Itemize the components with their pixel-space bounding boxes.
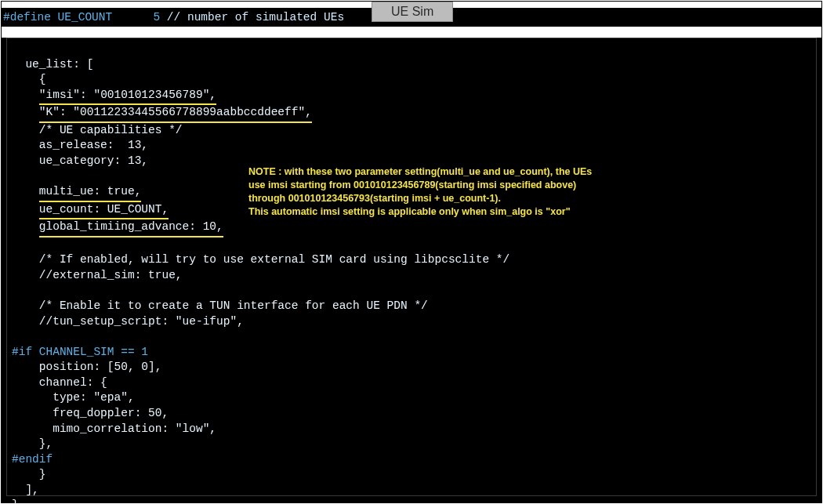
note-line1: : with these two parameter setting(multi… <box>276 166 593 177</box>
code-preproc-if: #if CHANNEL_SIM == 1 <box>12 346 148 358</box>
tab-ue-sim[interactable]: UE Sim <box>372 2 453 22</box>
code-timing-advance: global_timiing_advance: 10, <box>39 219 223 237</box>
code-line: /* UE capabilities */ <box>12 124 183 136</box>
gap-spacer <box>2 27 821 38</box>
note-line3: through 001010123456793(starting imsi + … <box>248 193 501 204</box>
code-line: } <box>12 468 46 480</box>
define-comment: // number of simulated UEs <box>167 11 344 24</box>
note-label: NOTE <box>248 166 276 177</box>
code-preproc-endif: #endif <box>12 453 53 466</box>
code-line: as_release: 13, <box>12 139 148 151</box>
code-ue-count: ue_count: UE_COUNT, <box>39 202 169 220</box>
note-line4: This automatic imsi setting is applicabl… <box>248 206 571 217</box>
code-line: { <box>12 73 46 85</box>
code-line <box>12 220 39 233</box>
note-line2: use imsi starting from 001010123456789(s… <box>248 179 576 190</box>
code-multi-ue: multi_ue: true, <box>39 184 142 202</box>
code-line: //external_sim: true, <box>12 269 183 281</box>
code-line: ue_list: [ <box>12 58 93 71</box>
define-line: #define UE_COUNT 5 // number of simulate… <box>2 11 344 24</box>
code-line: freq_doppler: 50, <box>12 407 169 419</box>
code-line: }, <box>12 437 53 450</box>
code-line: ue_category: 13, <box>12 154 148 167</box>
code-k: "K": "00112233445566778899aabbccddeeff", <box>39 105 312 123</box>
header-row: #define UE_COUNT 5 // number of simulate… <box>2 8 821 27</box>
code-line: } <box>12 499 19 504</box>
code-line <box>12 106 39 118</box>
code-line: /* If enabled, will try to use external … <box>12 253 509 266</box>
define-text: #define UE_COUNT 5 <box>3 11 167 24</box>
code-line: mimo_correlation: "low", <box>12 422 216 435</box>
code-line <box>12 203 39 216</box>
code-line <box>12 185 39 198</box>
code-line <box>12 89 39 101</box>
code-line: /* Enable it to create a TUN interface f… <box>12 299 428 312</box>
code-line: ], <box>12 484 39 496</box>
code-area[interactable]: ue_list: [ { "imsi": "001010123456789", … <box>6 38 817 496</box>
note-annotation: NOTE : with these two parameter setting(… <box>248 165 734 219</box>
editor-frame: #define UE_COUNT 5 // number of simulate… <box>1 1 822 503</box>
code-line: type: "epa", <box>12 391 135 404</box>
code-imsi: "imsi": "001010123456789", <box>39 88 216 106</box>
code-line: //tun_setup_script: "ue-ifup", <box>12 315 244 328</box>
code-line: position: [50, 0], <box>12 361 161 373</box>
code-line: channel: { <box>12 376 107 389</box>
